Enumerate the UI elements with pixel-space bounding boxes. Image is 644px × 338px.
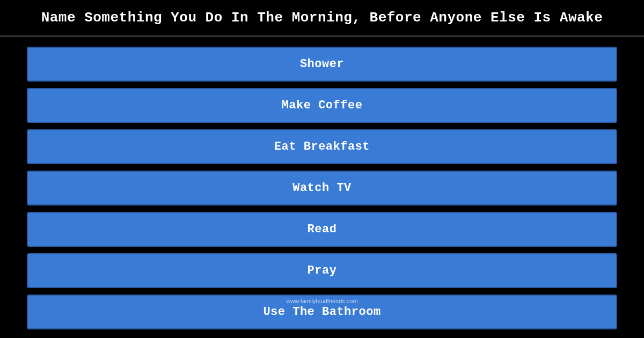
answer-row-2[interactable]: Make Coffee [27, 88, 617, 123]
answer-row-6[interactable]: Pray [27, 253, 617, 288]
answer-row-4[interactable]: Watch TV [27, 171, 617, 205]
answer-row-3[interactable]: Eat Breakfast [27, 129, 617, 164]
answer-label-3: Eat Breakfast [274, 140, 370, 153]
watermark-text: www.familyfeudfriends.com [28, 298, 616, 304]
answers-container: ShowerMake CoffeeEat BreakfastWatch TVRe… [0, 37, 644, 335]
answer-row-1[interactable]: Shower [27, 47, 617, 82]
answer-row-7[interactable]: www.familyfeudfriends.comUse The Bathroo… [27, 295, 617, 329]
title-bar: Name Something You Do In The Morning, Be… [0, 0, 644, 37]
answer-row-5[interactable]: Read [27, 212, 617, 247]
answer-label-7: Use The Bathroom [263, 305, 380, 319]
answer-label-1: Shower [300, 57, 344, 71]
answer-label-5: Read [308, 223, 337, 236]
question-title: Name Something You Do In The Morning, Be… [41, 10, 603, 26]
answer-label-4: Watch TV [292, 181, 352, 195]
answer-label-6: Pray [308, 264, 337, 277]
answer-label-2: Make Coffee [282, 99, 363, 112]
